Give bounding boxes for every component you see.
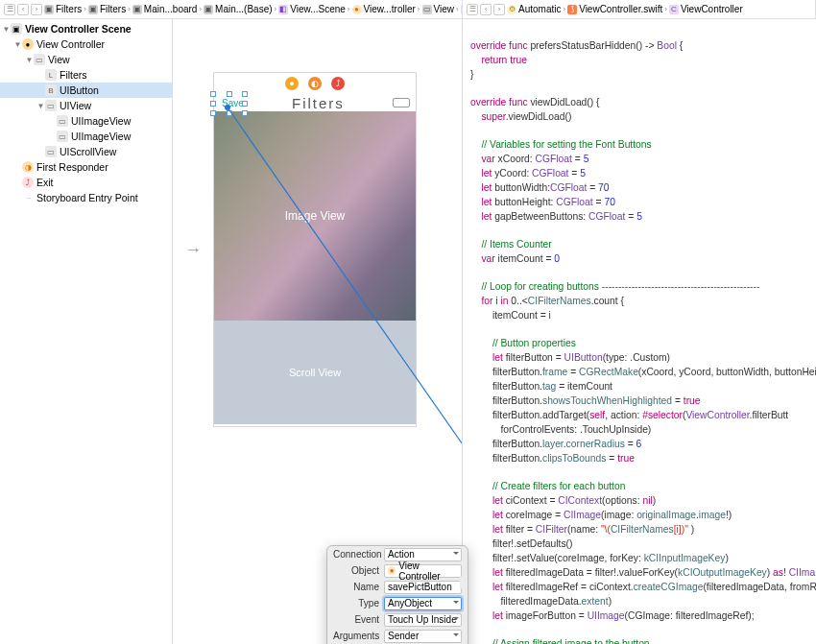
breadcrumb-right: ☰ ‹ › ⚙Automatic› ⟆ViewController.swift›… bbox=[463, 0, 816, 18]
arguments-select[interactable]: Sender bbox=[384, 630, 462, 643]
viewcontroller-icon: ● bbox=[388, 566, 396, 575]
document-outline: ▼▣View Controller Scene ▼●View Controlle… bbox=[0, 19, 173, 644]
class-icon: C bbox=[669, 5, 679, 14]
tree-exit[interactable]: ⤴Exit bbox=[0, 175, 172, 190]
tree-responder[interactable]: ◑First Responder bbox=[0, 159, 172, 175]
view-icon: ▭ bbox=[45, 100, 57, 111]
storyboard-icon: ▣ bbox=[132, 5, 142, 14]
imageview-icon: ▭ bbox=[57, 131, 68, 142]
back-icon[interactable]: ‹ bbox=[17, 4, 29, 15]
dock-exit-icon[interactable]: ⤴ bbox=[331, 77, 345, 90]
pop-label: Arguments bbox=[333, 631, 379, 641]
related-items-icon[interactable]: ☰ bbox=[4, 4, 15, 15]
save-button[interactable]: Save bbox=[222, 98, 244, 108]
pop-label: Connection bbox=[333, 549, 379, 560]
viewcontroller-icon: ● bbox=[22, 38, 34, 50]
swift-icon: ⟆ bbox=[567, 5, 577, 14]
tree-vc[interactable]: ▼●View Controller bbox=[0, 36, 172, 52]
crumb-item[interactable]: ●View...troller bbox=[352, 4, 416, 14]
back-icon[interactable]: ‹ bbox=[480, 4, 492, 15]
label-icon: L bbox=[45, 69, 57, 81]
storyboard-icon: ▣ bbox=[204, 5, 213, 14]
breadcrumb-left: ☰ ‹ › ▣Filters› ▣Filters› ▣Main...board›… bbox=[0, 0, 463, 18]
crumb-item[interactable]: ◧View...Scene bbox=[278, 4, 346, 14]
tree-uiview[interactable]: ▼▭UIView bbox=[0, 98, 172, 113]
code-editor[interactable]: override func prefersStatusBarHidden() -… bbox=[463, 19, 816, 644]
tree-view[interactable]: ▼▭View bbox=[0, 52, 172, 67]
view-icon: ▭ bbox=[422, 5, 432, 14]
tree-entry[interactable]: →Storyboard Entry Point bbox=[0, 190, 172, 205]
pop-label: Event bbox=[333, 614, 379, 625]
tree-imgview2[interactable]: ▭UIImageView bbox=[0, 129, 172, 144]
pop-label: Object bbox=[333, 565, 379, 576]
breadcrumb-bar: ☰ ‹ › ▣Filters› ▣Filters› ▣Main...board›… bbox=[0, 0, 816, 19]
crumb-item[interactable]: ▭View bbox=[422, 4, 455, 14]
tree-scene[interactable]: ▼▣View Controller Scene bbox=[0, 21, 172, 36]
related-items-icon[interactable]: ☰ bbox=[467, 4, 478, 15]
tree-imgview[interactable]: ▭UIImageView bbox=[0, 113, 172, 129]
object-field: ●View Controller bbox=[384, 564, 462, 578]
folder-icon: ▣ bbox=[44, 5, 54, 14]
image-view[interactable]: Image View bbox=[214, 111, 416, 321]
dock-responder-icon[interactable]: ◐ bbox=[308, 77, 322, 90]
connection-select[interactable]: Action bbox=[384, 548, 462, 561]
pop-label: Name bbox=[333, 582, 379, 592]
dock-vc-icon[interactable]: ● bbox=[285, 77, 299, 90]
device-frame[interactable]: ● ◐ ⤴ Save Filters Image View Scroll Vie… bbox=[213, 72, 417, 427]
crumb-item[interactable]: ▣Main...board bbox=[132, 4, 198, 14]
folder-icon: ▣ bbox=[88, 5, 98, 14]
crumb-class[interactable]: CViewController bbox=[669, 4, 743, 14]
scrollview-icon: ▭ bbox=[45, 146, 57, 157]
crumb-item[interactable]: ▣Filters bbox=[88, 4, 126, 14]
entry-arrow-icon: → bbox=[184, 240, 202, 260]
entrypoint-icon: → bbox=[22, 192, 34, 203]
battery-icon bbox=[393, 98, 410, 107]
tree-uibutton[interactable]: BUIButton bbox=[0, 83, 172, 98]
tree-scroll[interactable]: ▭UIScrollView bbox=[0, 144, 172, 159]
scene-icon: ▣ bbox=[11, 23, 22, 35]
scene-icon: ◧ bbox=[278, 5, 288, 14]
forward-icon[interactable]: › bbox=[493, 4, 505, 15]
crumb-automatic[interactable]: ⚙Automatic bbox=[507, 4, 561, 14]
view-icon: ▭ bbox=[34, 54, 45, 65]
pop-label: Type bbox=[333, 598, 379, 608]
crumb-file[interactable]: ⟆ViewController.swift bbox=[567, 4, 662, 14]
automatic-icon: ⚙ bbox=[507, 5, 516, 14]
tree-filters[interactable]: LFilters bbox=[0, 67, 172, 83]
type-select[interactable]: AnyObject bbox=[384, 597, 462, 610]
crumb-item[interactable]: ▣Main...(Base) bbox=[204, 4, 272, 14]
forward-icon[interactable]: › bbox=[31, 4, 42, 15]
nav-title: Filters bbox=[244, 95, 393, 111]
viewcontroller-icon: ● bbox=[352, 5, 362, 14]
firstresponder-icon: ◑ bbox=[22, 161, 34, 173]
scroll-view[interactable]: Scroll View bbox=[214, 321, 416, 424]
connection-popover: ConnectionAction Object●View Controller … bbox=[326, 545, 468, 644]
button-icon: B bbox=[45, 84, 57, 96]
name-input[interactable]: savePictButton bbox=[384, 581, 462, 594]
event-select[interactable]: Touch Up Inside bbox=[384, 613, 462, 627]
crumb-item[interactable]: ▣Filters bbox=[44, 4, 82, 14]
exit-icon: ⤴ bbox=[22, 177, 34, 188]
imageview-icon: ▭ bbox=[57, 115, 68, 127]
